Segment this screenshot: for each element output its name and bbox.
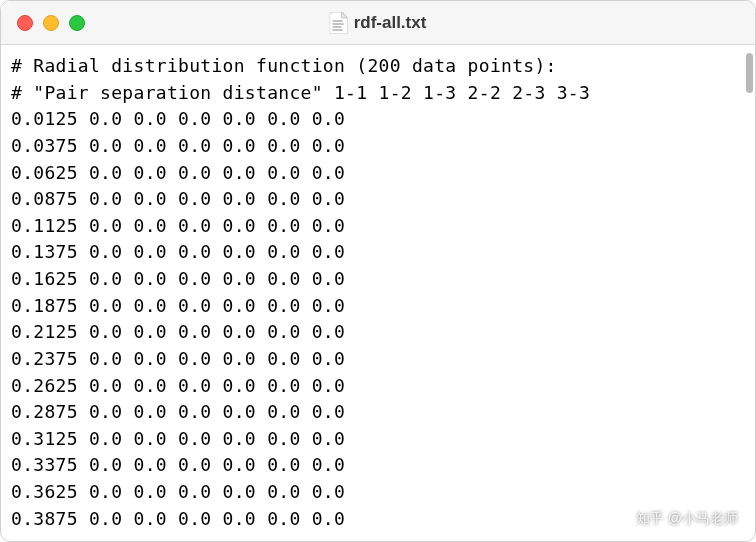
data-row: 0.2625 0.0 0.0 0.0 0.0 0.0 0.0: [11, 373, 745, 400]
minimize-button[interactable]: [43, 15, 59, 31]
window-title: rdf-all.txt: [354, 13, 427, 33]
data-row: 0.1375 0.0 0.0 0.0 0.0 0.0 0.0: [11, 239, 745, 266]
window-controls: [1, 15, 85, 31]
data-row: 0.0875 0.0 0.0 0.0 0.0 0.0 0.0: [11, 186, 745, 213]
data-row: 0.1875 0.0 0.0 0.0 0.0 0.0 0.0: [11, 293, 745, 320]
title-container: rdf-all.txt: [330, 12, 427, 34]
data-row: 0.3375 0.0 0.0 0.0 0.0 0.0 0.0: [11, 452, 745, 479]
header-line: # "Pair separation distance" 1-1 1-2 1-3…: [11, 80, 745, 107]
zhihu-icon: [616, 511, 632, 527]
vertical-scrollbar[interactable]: [746, 53, 753, 93]
data-row: 0.3625 0.0 0.0 0.0 0.0 0.0 0.0: [11, 479, 745, 506]
text-editor-window: rdf-all.txt # Radial distribution functi…: [0, 0, 756, 542]
watermark-text: 知乎 @小马老师: [636, 510, 738, 528]
close-button[interactable]: [17, 15, 33, 31]
data-row: 0.1625 0.0 0.0 0.0 0.0 0.0 0.0: [11, 266, 745, 293]
data-row: 0.2125 0.0 0.0 0.0 0.0 0.0 0.0: [11, 319, 745, 346]
data-row: 0.2375 0.0 0.0 0.0 0.0 0.0 0.0: [11, 346, 745, 373]
data-row: 0.0375 0.0 0.0 0.0 0.0 0.0 0.0: [11, 133, 745, 160]
data-row: 0.3125 0.0 0.0 0.0 0.0 0.0 0.0: [11, 426, 745, 453]
header-line: # Radial distribution function (200 data…: [11, 53, 745, 80]
data-row: 0.0625 0.0 0.0 0.0 0.0 0.0 0.0: [11, 160, 745, 187]
data-row: 0.2875 0.0 0.0 0.0 0.0 0.0 0.0: [11, 399, 745, 426]
zoom-button[interactable]: [69, 15, 85, 31]
text-content-area[interactable]: # Radial distribution function (200 data…: [1, 45, 755, 541]
data-row: 0.1125 0.0 0.0 0.0 0.0 0.0 0.0: [11, 213, 745, 240]
window-titlebar[interactable]: rdf-all.txt: [1, 1, 755, 45]
data-row: 0.0125 0.0 0.0 0.0 0.0 0.0 0.0: [11, 106, 745, 133]
text-file-icon: [330, 12, 348, 34]
watermark: 知乎 @小马老师: [616, 510, 738, 528]
